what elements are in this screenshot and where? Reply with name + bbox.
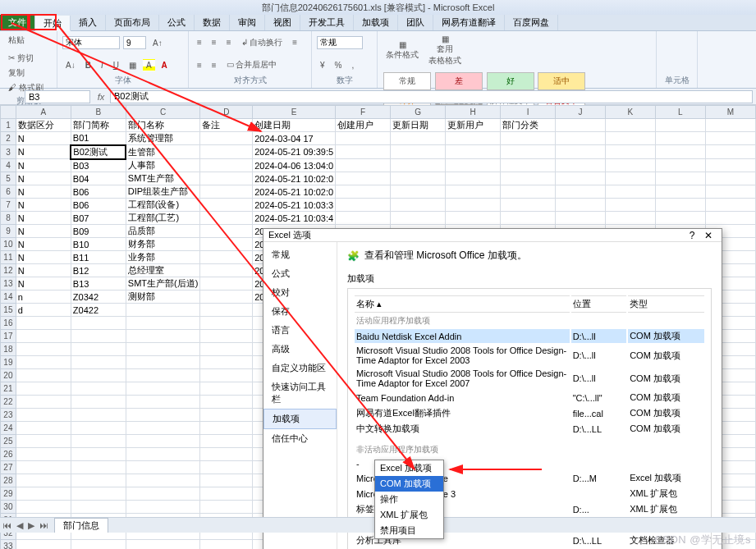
border-button[interactable]: ▦ [126, 59, 140, 71]
tab-team[interactable]: 团队 [398, 15, 433, 30]
dialog-nav-item[interactable]: 保存 [263, 302, 337, 321]
tab-review[interactable]: 审阅 [230, 15, 265, 30]
ribbon: 粘贴 ✂ 剪切 复制 🖌 格式刷 剪贴板 A↑ A↓ B I U ▦ A A 字… [0, 31, 756, 89]
formula-bar: fx [0, 89, 756, 105]
dialog-nav-item[interactable]: 语言 [263, 321, 337, 340]
group-number-label: 数字 [317, 75, 372, 86]
align-mid-button[interactable]: ≡ [208, 36, 220, 48]
tab-insert[interactable]: 插入 [71, 15, 106, 30]
style-good[interactable]: 好 [487, 72, 534, 90]
group-font-label: 字体 [62, 75, 183, 86]
manage-option[interactable]: 禁用项目 [375, 523, 443, 538]
tab-file[interactable]: 文件 [0, 15, 35, 30]
decrease-font-button[interactable]: A↓ [62, 59, 79, 71]
merge-center-button[interactable]: ▭ 合并后居中 [223, 57, 281, 72]
manage-option[interactable]: Excel 加载项 [375, 460, 443, 476]
font-size-combo[interactable] [123, 36, 146, 49]
watermark: CSDN @学无止境s [654, 533, 751, 547]
section-title: 加载项 [347, 272, 712, 285]
dialog-nav-item[interactable]: 信任中心 [263, 429, 337, 448]
tab-layout[interactable]: 页面布局 [106, 15, 159, 30]
manage-option[interactable]: 操作 [375, 492, 443, 507]
paste-button[interactable]: 粘贴 [5, 33, 28, 48]
italic-button[interactable]: I [98, 59, 107, 71]
currency-button[interactable]: ¥ [317, 59, 328, 71]
sheet-nav-next[interactable]: ▶ [25, 520, 37, 531]
tab-view[interactable]: 视图 [265, 15, 300, 30]
comma-button[interactable]: , [348, 59, 357, 71]
align-bot-button[interactable]: ≡ [223, 36, 235, 48]
dialog-nav-item[interactable]: 自定义功能区 [263, 359, 337, 377]
style-neutral[interactable]: 适中 [538, 72, 585, 90]
sheet-nav-prev[interactable]: ◀ [14, 520, 25, 531]
group-align-label: 对齐方式 [194, 75, 306, 86]
tab-formulas[interactable]: 公式 [159, 15, 195, 30]
sheet-tab-active[interactable]: 部门信息 [54, 518, 108, 533]
tab-data[interactable]: 数据 [195, 15, 230, 30]
dialog-help-button[interactable]: ? [684, 230, 700, 241]
dialog-nav-item[interactable]: 常规 [263, 245, 337, 264]
cut-button[interactable]: ✂ 剪切 [5, 51, 47, 66]
dialog-close-button[interactable]: ✕ [700, 230, 717, 241]
dialog-nav: 常规公式校对保存语言高级自定义功能区快速访问工具栏加载项信任中心 [263, 242, 337, 549]
name-box[interactable] [25, 90, 90, 103]
ribbon-tabs: 文件 开始 插入 页面布局 公式 数据 审阅 视图 开发工具 加载项 团队 网易… [0, 15, 756, 31]
sheet-nav-first[interactable]: ⏮ [0, 520, 14, 530]
window-titlebar: 部门信息20240626175601.xls [兼容模式] - Microsof… [0, 0, 756, 15]
tab-youdao[interactable]: 网易有道翻译 [433, 15, 505, 30]
dialog-nav-item[interactable]: 高级 [263, 340, 337, 359]
font-color-button[interactable]: A [158, 59, 171, 71]
tab-home[interactable]: 开始 [35, 16, 71, 31]
dialog-nav-item[interactable]: 公式 [263, 264, 337, 283]
underline-button[interactable]: U [110, 59, 122, 71]
sheet-nav-last[interactable]: ⏭ [37, 520, 51, 530]
align-right-button[interactable]: ≡ [208, 59, 220, 71]
dialog-nav-item[interactable]: 校对 [263, 283, 337, 302]
dialog-heading: 🧩 查看和管理 Microsoft Office 加载项。 [347, 249, 712, 263]
formula-input[interactable] [110, 90, 753, 103]
dialog-title: Excel 选项 [268, 229, 311, 241]
align-center-button[interactable]: ≡ [194, 59, 205, 71]
style-bad[interactable]: 差 [435, 72, 483, 90]
font-name-combo[interactable] [62, 36, 120, 49]
increase-font-button[interactable]: A↑ [149, 37, 166, 49]
fill-color-button[interactable]: A [143, 59, 155, 71]
copy-button[interactable]: 复制 [5, 66, 47, 80]
manage-dropdown-popup[interactable]: Excel 加载项COM 加载项操作XML 扩展包禁用项目 [374, 460, 444, 539]
fx-button[interactable]: fx [92, 92, 110, 102]
manage-option[interactable]: COM 加载项 [375, 476, 443, 492]
bold-button[interactable]: B [82, 59, 94, 71]
dialog-nav-item[interactable]: 加载项 [263, 409, 337, 429]
manage-option[interactable]: XML 扩展包 [375, 507, 443, 523]
excel-options-dialog: Excel 选项 ? ✕ 常规公式校对保存语言高级自定义功能区快速访问工具栏加载… [263, 228, 722, 549]
align-left-button[interactable]: ≡ [289, 36, 300, 48]
align-top-button[interactable]: ≡ [194, 36, 205, 48]
tab-addins[interactable]: 加载项 [354, 15, 398, 30]
addins-icon: 🧩 [347, 250, 360, 262]
tab-developer[interactable]: 开发工具 [300, 15, 354, 30]
tab-baidu[interactable]: 百度网盘 [505, 15, 558, 30]
wrap-text-button[interactable]: ↲ 自动换行 [238, 35, 286, 50]
percent-button[interactable]: % [332, 59, 346, 71]
style-normal[interactable]: 常规 [383, 72, 431, 90]
format-as-table-button[interactable]: ▦套用 表格格式 [425, 33, 465, 68]
group-cells-label: 单元格 [662, 75, 692, 86]
dialog-nav-item[interactable]: 快速访问工具栏 [263, 377, 337, 409]
number-format-combo[interactable] [317, 36, 363, 49]
conditional-format-button[interactable]: ▦条件格式 [383, 39, 422, 62]
